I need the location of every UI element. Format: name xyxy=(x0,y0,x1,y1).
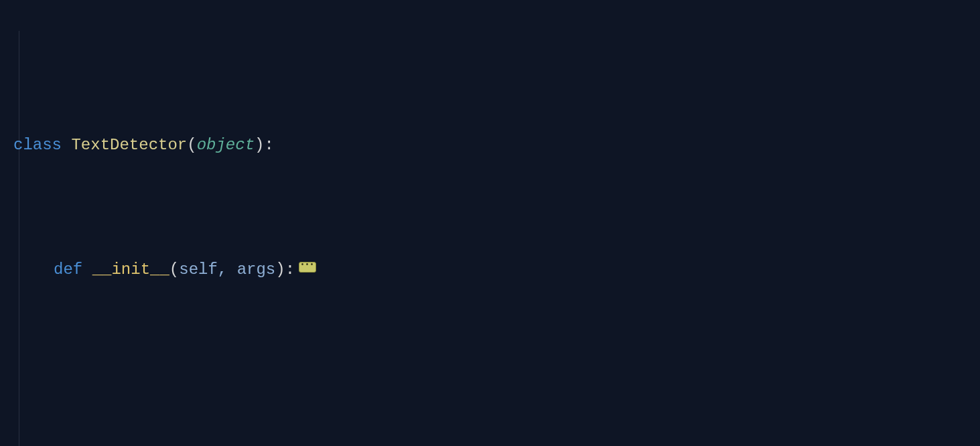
code-line-method: def __init__(self, args): xyxy=(13,257,980,282)
method-params: self, args xyxy=(179,261,275,279)
fold-icon[interactable] xyxy=(299,262,316,273)
code-editor[interactable]: class TextDetector(object): def __init__… xyxy=(0,0,980,446)
indent-guide xyxy=(19,31,19,446)
base-type: object xyxy=(197,136,255,154)
method-name: __init__ xyxy=(92,261,169,279)
class-name: TextDetector xyxy=(71,136,187,154)
blank-line xyxy=(13,357,980,382)
code-line-class: class TextDetector(object): xyxy=(13,133,980,157)
keyword-class: class xyxy=(13,136,62,154)
keyword-def: def xyxy=(54,261,82,279)
